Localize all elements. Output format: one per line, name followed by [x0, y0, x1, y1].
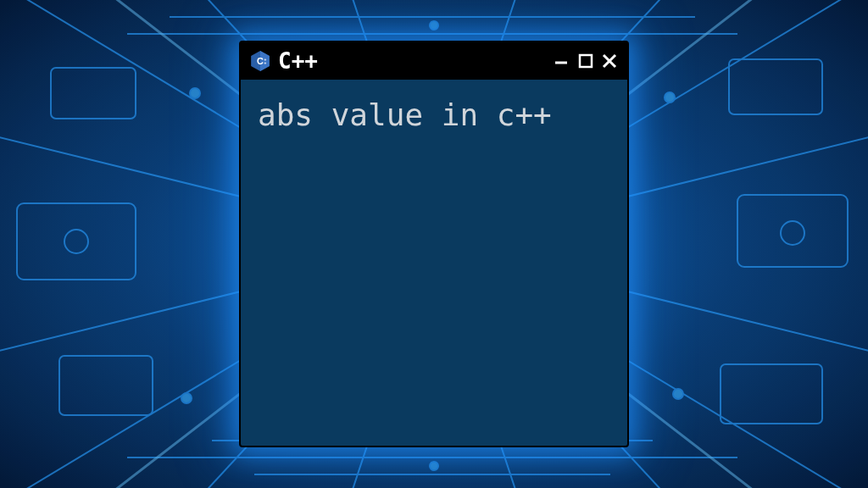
svg-point-14 — [430, 462, 438, 470]
terminal-content: abs value in c++ — [241, 80, 627, 446]
titlebar: C + + C++ — [241, 42, 627, 80]
svg-point-11 — [181, 393, 192, 403]
body-text: abs value in c++ — [258, 97, 552, 132]
svg-rect-5 — [729, 59, 822, 114]
svg-point-9 — [190, 88, 200, 98]
svg-text:+: + — [264, 61, 267, 65]
svg-point-7 — [781, 221, 804, 245]
svg-rect-4 — [59, 356, 153, 415]
svg-rect-21 — [580, 55, 592, 67]
svg-rect-1 — [51, 68, 136, 119]
svg-point-3 — [64, 230, 88, 253]
maximize-button[interactable] — [576, 52, 595, 70]
svg-rect-6 — [737, 195, 848, 267]
terminal-window: C + + C++ abs value in c++ — [239, 41, 629, 447]
window-title: C++ — [278, 48, 546, 74]
svg-point-10 — [665, 92, 675, 103]
svg-point-12 — [673, 389, 683, 399]
svg-point-13 — [430, 21, 438, 30]
svg-text:C: C — [257, 56, 264, 66]
cpp-icon: C + + — [249, 50, 271, 72]
window-controls — [553, 52, 619, 70]
svg-rect-8 — [721, 364, 822, 424]
minimize-button[interactable] — [553, 52, 571, 70]
close-button[interactable] — [600, 52, 619, 70]
svg-rect-2 — [17, 203, 136, 280]
